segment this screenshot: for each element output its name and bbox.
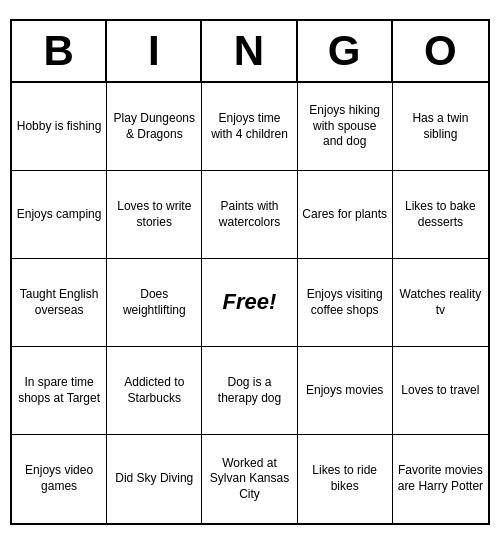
bingo-cell-6[interactable]: Loves to write stories (107, 171, 202, 259)
bingo-cell-12[interactable]: Free! (202, 259, 297, 347)
header-letter-o: O (393, 21, 488, 81)
bingo-card: BINGO Hobby is fishingPlay Dungeons & Dr… (10, 19, 490, 525)
header-letter-i: I (107, 21, 202, 81)
bingo-cell-23[interactable]: Likes to ride bikes (298, 435, 393, 523)
bingo-cell-20[interactable]: Enjoys video games (12, 435, 107, 523)
header-letter-n: N (202, 21, 297, 81)
bingo-cell-21[interactable]: Did Sky Diving (107, 435, 202, 523)
bingo-cell-22[interactable]: Worked at Sylvan Kansas City (202, 435, 297, 523)
bingo-cell-11[interactable]: Does weightlifting (107, 259, 202, 347)
bingo-cell-19[interactable]: Loves to travel (393, 347, 488, 435)
bingo-cell-15[interactable]: In spare time shops at Target (12, 347, 107, 435)
bingo-cell-9[interactable]: Likes to bake desserts (393, 171, 488, 259)
bingo-cell-10[interactable]: Taught English overseas (12, 259, 107, 347)
bingo-cell-16[interactable]: Addicted to Starbucks (107, 347, 202, 435)
bingo-cell-3[interactable]: Enjoys hiking with spouse and dog (298, 83, 393, 171)
bingo-cell-4[interactable]: Has a twin sibling (393, 83, 488, 171)
bingo-cell-14[interactable]: Watches reality tv (393, 259, 488, 347)
bingo-header: BINGO (12, 21, 488, 83)
bingo-cell-8[interactable]: Cares for plants (298, 171, 393, 259)
bingo-grid: Hobby is fishingPlay Dungeons & DragonsE… (12, 83, 488, 523)
bingo-cell-2[interactable]: Enjoys time with 4 children (202, 83, 297, 171)
bingo-cell-13[interactable]: Enjoys visiting coffee shops (298, 259, 393, 347)
bingo-cell-24[interactable]: Favorite movies are Harry Potter (393, 435, 488, 523)
bingo-cell-17[interactable]: Dog is a therapy dog (202, 347, 297, 435)
header-letter-b: B (12, 21, 107, 81)
bingo-cell-1[interactable]: Play Dungeons & Dragons (107, 83, 202, 171)
bingo-cell-18[interactable]: Enjoys movies (298, 347, 393, 435)
bingo-cell-7[interactable]: Paints with watercolors (202, 171, 297, 259)
header-letter-g: G (298, 21, 393, 81)
bingo-cell-0[interactable]: Hobby is fishing (12, 83, 107, 171)
bingo-cell-5[interactable]: Enjoys camping (12, 171, 107, 259)
